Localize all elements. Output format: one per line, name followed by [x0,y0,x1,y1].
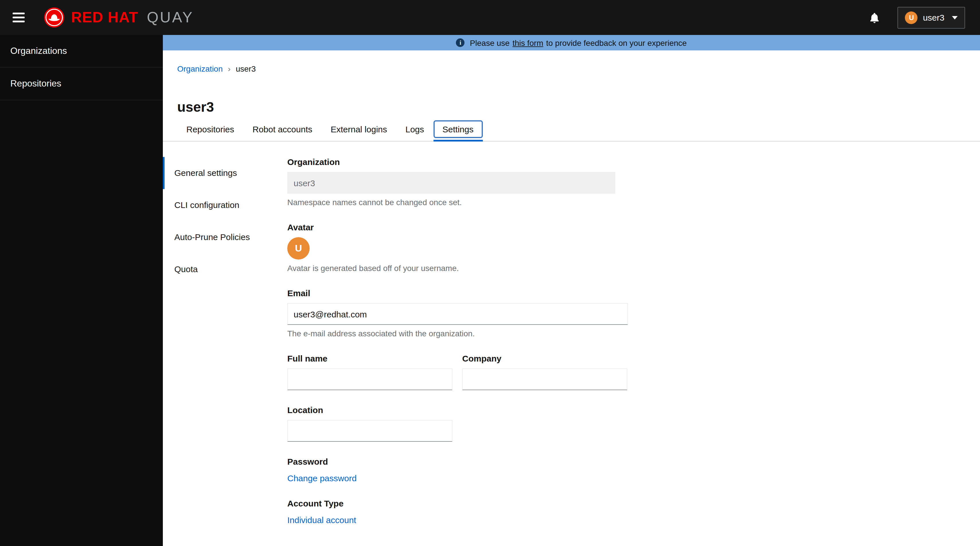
password-label: Password [287,457,628,467]
masthead-actions: U user3 [868,6,965,29]
form-group-location: Location [287,405,628,442]
tab-logs[interactable]: Logs [396,120,433,138]
form-group-full-name: Full name [287,354,452,390]
subnav-auto-prune-policies[interactable]: Auto-Prune Policies [163,221,278,253]
breadcrumb-current: user3 [236,64,256,73]
general-settings-form: Organization Namespace names cannot be c… [287,141,628,540]
brand-quay-text: QUAY [147,9,194,26]
user-name: user3 [923,13,945,22]
main-area: i Please use this form to provide feedba… [163,35,980,546]
change-password-link[interactable]: Change password [287,473,357,483]
info-circle-icon: i [456,38,465,47]
feedback-banner: i Please use this form to provide feedba… [163,35,980,51]
tab-settings[interactable]: Settings [433,120,482,138]
notifications-button[interactable] [868,11,881,24]
breadcrumb-organization-link[interactable]: Organization [177,64,223,73]
menu-toggle-button[interactable] [10,9,27,26]
email-input[interactable] [287,303,628,325]
tab-repositories[interactable]: Repositories [177,120,243,138]
avatar-helper: Avatar is generated based off of your us… [287,263,628,273]
company-input[interactable] [462,368,627,390]
email-label: Email [287,288,628,298]
app-root: RED HAT QUAY U user3 Organizations Repos… [0,0,980,546]
brand-logo[interactable]: RED HAT QUAY [44,7,194,28]
location-input[interactable] [287,420,452,442]
form-group-password: Password Change password [287,457,628,484]
red-hat-logo-icon [44,7,65,28]
avatar-label: Avatar [287,222,628,232]
account-type-label: Account Type [287,498,628,508]
tab-robot-accounts[interactable]: Robot accounts [243,120,321,138]
subnav-cli-configuration[interactable]: CLI configuration [163,189,278,221]
organization-input[interactable] [287,172,615,194]
breadcrumb: Organization › user3 [177,64,980,73]
user-avatar: U [905,11,918,24]
subnav-quota[interactable]: Quota [163,253,278,285]
bell-icon [869,12,880,23]
angle-right-icon: › [228,64,231,73]
form-group-organization: Organization Namespace names cannot be c… [287,157,628,207]
full-name-input[interactable] [287,368,452,390]
email-helper: The e-mail address associated with the o… [287,329,628,339]
company-label: Company [462,354,627,363]
feedback-form-link[interactable]: this form [512,38,543,47]
individual-account-link[interactable]: Individual account [287,515,356,525]
hamburger-icon [13,13,25,14]
settings-layout: General settings CLI configuration Auto-… [163,141,980,540]
banner-text-prefix: Please use [470,38,510,47]
tab-bar: Repositories Robot accounts External log… [163,120,980,141]
banner-text-suffix: to provide feedback on your experience [546,38,687,47]
organization-avatar: U [287,237,310,260]
tab-external-logins[interactable]: External logins [321,120,396,138]
form-group-avatar: Avatar U Avatar is generated based off o… [287,222,628,273]
location-label: Location [287,405,628,415]
form-group-account-type: Account Type Individual account [287,498,628,525]
full-name-label: Full name [287,354,452,363]
organization-helper: Namespace names cannot be changed once s… [287,198,628,207]
sidebar: Organizations Repositories [0,35,163,546]
chevron-down-icon [952,16,958,19]
user-menu-dropdown[interactable]: U user3 [898,6,965,29]
settings-subnav: General settings CLI configuration Auto-… [163,141,278,285]
sidebar-item-repositories[interactable]: Repositories [0,68,163,100]
form-group-company: Company [462,354,627,390]
page-content: Organization › user3 user3 Repositories … [163,51,980,546]
masthead: RED HAT QUAY U user3 [0,0,980,35]
sidebar-item-organizations[interactable]: Organizations [0,35,163,68]
page-title: user3 [177,98,980,116]
form-group-email: Email The e-mail address associated with… [287,288,628,339]
app-body: Organizations Repositories i Please use … [0,35,980,546]
brand-red-hat-text: RED HAT [71,9,138,26]
form-row-name-company: Full name Company [287,354,628,390]
organization-label: Organization [287,157,628,167]
subnav-general-settings[interactable]: General settings [163,157,278,189]
